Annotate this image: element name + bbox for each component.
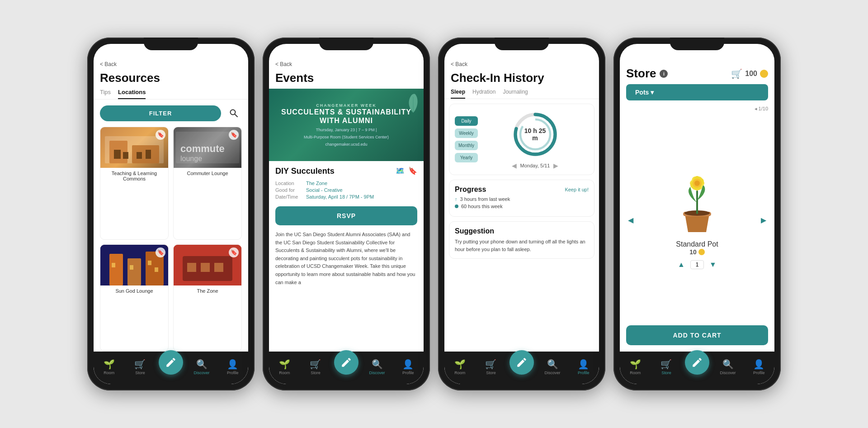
store-title-row: Store i — [626, 67, 668, 81]
qty-decrease-button[interactable]: ▲ — [676, 259, 687, 270]
dot-icon — [455, 204, 458, 208]
svg-rect-23 — [201, 263, 210, 272]
search-icon[interactable] — [226, 105, 242, 121]
suggestion-title: Suggestion — [455, 227, 589, 235]
chart-section: Daily Weekly Monthly Yearly — [449, 104, 594, 175]
filter-button[interactable]: FILTER — [100, 105, 221, 121]
quantity-input[interactable] — [690, 260, 704, 269]
svg-rect-24 — [214, 263, 223, 272]
card-tlc[interactable]: 🔖 Teaching & Learning Commons — [100, 127, 169, 240]
next-date-arrow[interactable]: ▶ — [553, 162, 558, 169]
back-button-3[interactable]: < Back — [444, 57, 599, 69]
nav-store-4[interactable]: 🛒 Store — [654, 359, 679, 375]
notch-1 — [144, 38, 198, 50]
nav-store-label-2: Store — [311, 371, 321, 375]
s3-tab-bar: Sleep Hydration Journaling — [444, 89, 599, 99]
page-title-3: Check-In History — [444, 69, 599, 89]
back-button-2[interactable]: < Back — [269, 57, 424, 69]
nav-profile-label-1: Profile — [227, 371, 239, 375]
bookmark-zone[interactable]: 🔖 — [229, 247, 239, 257]
nav-room-3[interactable]: 🌱 Room — [448, 359, 472, 375]
bookmark-icon[interactable]: 🔖 — [408, 166, 417, 175]
notch-2 — [319, 38, 373, 50]
svg-rect-17 — [130, 265, 133, 270]
nav-discover-4[interactable]: 🔍 Discover — [716, 359, 741, 375]
prev-date-arrow[interactable]: ◀ — [512, 162, 517, 169]
store-header: Store i 🛒 100 — [620, 65, 774, 84]
nav-fab-1[interactable] — [159, 350, 183, 375]
category-button[interactable]: Pots ▾ — [626, 84, 768, 100]
card-label-tlc: Teaching & Learning Commons — [100, 168, 168, 184]
coin-display: 🛒 100 — [731, 68, 768, 79]
item-price: 10 — [689, 248, 705, 256]
nav-discover-1[interactable]: 🔍 Discover — [189, 359, 214, 375]
btn-daily[interactable]: Daily — [455, 116, 478, 126]
phone-2: < Back Events CHANGEMAKER WEEK SUCCULENT… — [263, 38, 430, 390]
btn-yearly[interactable]: Yearly — [455, 153, 478, 162]
nav-room-4[interactable]: 🌱 Room — [623, 359, 648, 375]
nav-profile-2[interactable]: 👤 Profile — [396, 359, 420, 375]
discover-icon-3: 🔍 — [547, 359, 558, 370]
nav-bar-3: 🌱 Room 🛒 Store 🔍 Discover 👤 Profile — [444, 352, 599, 384]
location-grid: 🔖 Teaching & Learning Commons commute lo… — [94, 127, 248, 352]
rsvp-button[interactable]: RSVP — [275, 206, 417, 225]
nav-profile-3[interactable]: 👤 Profile — [571, 359, 596, 375]
phone-3: < Back Check-In History Sleep Hydration … — [438, 38, 605, 390]
nav-profile-label-4: Profile — [753, 371, 765, 375]
nav-store-2[interactable]: 🛒 Store — [303, 359, 328, 375]
svg-point-38 — [694, 181, 700, 186]
nav-store-1[interactable]: 🛒 Store — [127, 359, 152, 375]
nav-discover-3[interactable]: 🔍 Discover — [540, 359, 565, 375]
phone-1: < Back Resources Tips Locations FILTER — [87, 38, 255, 390]
prev-item-arrow[interactable]: ◀ — [623, 211, 638, 229]
svg-rect-5 — [114, 150, 121, 159]
good-for-value: Social - Creative — [306, 187, 343, 193]
notch-3 — [495, 38, 549, 50]
bookmark-sun[interactable]: 🔖 — [156, 247, 165, 257]
card-commuter[interactable]: commute lounge 🔖 Commuter Lounge — [173, 127, 242, 240]
nav-bar-2: 🌱 Room 🛒 Store 🔍 Discover 👤 Profile — [269, 352, 424, 384]
tab-journaling[interactable]: Journaling — [503, 89, 528, 99]
card-sun[interactable]: 🔖 Sun God Lounge — [100, 244, 169, 352]
bookmark-tlc[interactable]: 🔖 — [156, 130, 165, 140]
nav-room-1[interactable]: 🌱 Room — [97, 359, 122, 375]
nav-discover-2[interactable]: 🔍 Discover — [365, 359, 390, 375]
circle-label: 10 h 25 m — [523, 127, 547, 142]
discover-icon-1: 🔍 — [196, 359, 208, 370]
nav-room-label-1: Room — [104, 371, 114, 375]
tab-sleep[interactable]: Sleep — [451, 89, 465, 99]
card-label-sun: Sun God Lounge — [100, 285, 168, 296]
event-banner: CHANGEMAKER WEEK SUCCULENTS & SUSTAINABI… — [269, 89, 424, 161]
nav-fab-4[interactable] — [685, 350, 709, 375]
back-button-1[interactable]: < Back — [94, 57, 248, 69]
location-label: Location — [275, 181, 302, 186]
nav-room-label-4: Room — [630, 371, 641, 375]
nav-discover-label-2: Discover — [369, 371, 385, 375]
screen-1: < Back Resources Tips Locations FILTER — [94, 44, 248, 384]
tabs-1: Tips Locations — [94, 89, 248, 100]
s3-main-content: Daily Weekly Monthly Yearly — [444, 104, 599, 352]
datetime-label: Date/Time — [275, 194, 302, 200]
tab-hydration[interactable]: Hydration — [472, 89, 495, 99]
nav-profile-4[interactable]: 👤 Profile — [746, 359, 771, 375]
qty-increase-button[interactable]: ▼ — [708, 259, 718, 270]
btn-monthly[interactable]: Monthly — [455, 141, 478, 150]
card-zone[interactable]: 🔖 The Zone — [173, 244, 242, 352]
discover-icon-4: 🔍 — [722, 359, 734, 370]
add-to-cart-button[interactable]: ADD TO CART — [626, 325, 768, 345]
nav-fab-2[interactable] — [334, 350, 359, 375]
store-title: Store — [626, 67, 656, 81]
bookmark-commuter[interactable]: 🔖 — [229, 130, 239, 140]
tab-locations[interactable]: Locations — [118, 89, 146, 99]
nav-fab-3[interactable] — [509, 350, 534, 375]
info-icon[interactable]: i — [660, 70, 668, 78]
map-icon[interactable]: 🗺️ — [396, 166, 405, 175]
nav-store-3[interactable]: 🛒 Store — [478, 359, 503, 375]
cart-icon[interactable]: 🛒 — [731, 68, 742, 79]
next-item-arrow[interactable]: ▶ — [756, 211, 771, 229]
tab-tips[interactable]: Tips — [100, 89, 111, 99]
nav-profile-1[interactable]: 👤 Profile — [220, 359, 245, 375]
current-date: Monday, 5/11 — [520, 163, 550, 168]
nav-room-2[interactable]: 🌱 Room — [272, 359, 297, 375]
btn-weekly[interactable]: Weekly — [455, 128, 478, 138]
